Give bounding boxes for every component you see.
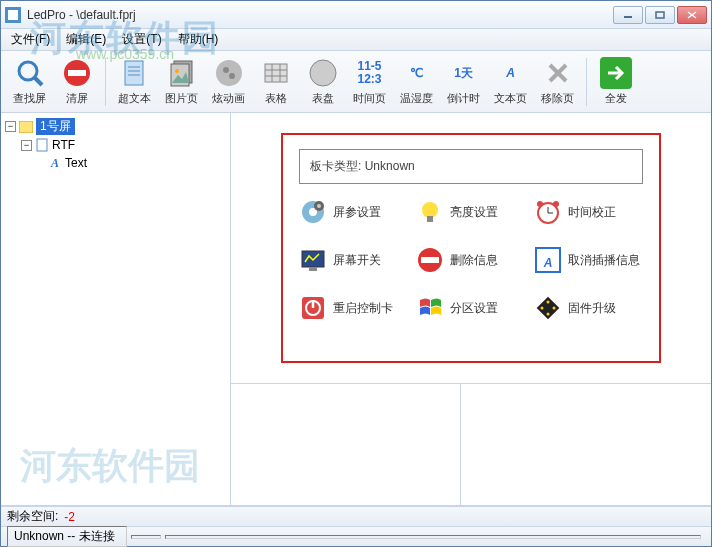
gear-disc-icon <box>299 198 327 226</box>
screen-icon <box>18 119 34 135</box>
document-icon <box>119 57 151 89</box>
rtf-icon <box>34 137 50 153</box>
config-panel: 板卡类型: Unknown 屏参设置 亮度设置 <box>281 133 661 363</box>
connection-status: Unknown -- 未连接 <box>7 526 127 547</box>
clear-screen-button[interactable]: 清屏 <box>54 54 99 110</box>
delete-info-button[interactable]: 删除信息 <box>416 246 525 274</box>
svg-rect-43 <box>309 267 317 271</box>
firmware-button[interactable]: 固件升级 <box>534 294 643 322</box>
config-icon-grid: 屏参设置 亮度设置 时间校正 屏幕开关 <box>299 198 643 322</box>
no-entry-icon <box>416 246 444 274</box>
svg-point-38 <box>537 201 543 207</box>
bottom-pane <box>231 383 711 505</box>
svg-line-7 <box>34 77 42 85</box>
countdown-text-icon: 1天 <box>448 57 480 89</box>
arrow-right-icon <box>600 57 632 89</box>
close-button[interactable] <box>677 6 707 24</box>
svg-text:A: A <box>542 256 552 270</box>
text-page-button[interactable]: A 文本页 <box>488 54 533 110</box>
toolbar: 查找屏 清屏 超文本 图片页 炫动画 表格 表盘 11-512:3 时 <box>1 51 711 113</box>
power-icon <box>299 294 327 322</box>
send-all-button[interactable]: 全发 <box>593 54 638 110</box>
status-cell <box>165 535 701 539</box>
delete-x-icon <box>542 57 574 89</box>
svg-point-39 <box>553 201 559 207</box>
svg-point-16 <box>175 69 179 73</box>
screen-switch-button[interactable]: 屏幕开关 <box>299 246 408 274</box>
svg-rect-30 <box>37 139 47 151</box>
animation-button[interactable]: 炫动画 <box>206 54 251 110</box>
svg-point-55 <box>540 307 543 310</box>
tree-rtf-node[interactable]: − RTF <box>5 136 226 154</box>
menu-file[interactable]: 文件(F) <box>5 29 56 50</box>
svg-point-54 <box>546 313 549 316</box>
minimize-button[interactable] <box>613 6 643 24</box>
time-correct-button[interactable]: 时间校正 <box>534 198 643 226</box>
image-stack-icon <box>166 57 198 89</box>
remain-space-value: -2 <box>64 510 75 524</box>
table-button[interactable]: 表格 <box>253 54 298 110</box>
text-a-icon: A <box>47 155 63 171</box>
svg-point-25 <box>310 60 336 86</box>
svg-rect-3 <box>656 12 664 18</box>
dial-button[interactable]: 表盘 <box>300 54 345 110</box>
toolbar-separator <box>586 58 587 106</box>
tree-node-label: Text <box>65 156 87 170</box>
image-page-button[interactable]: 图片页 <box>159 54 204 110</box>
restart-card-button[interactable]: 重启控制卡 <box>299 294 408 322</box>
grid-icon <box>260 57 292 89</box>
animation-icon <box>213 57 245 89</box>
main-window: LedPro - \default.fprj 文件(F) 编辑(E) 设置(T)… <box>0 0 712 547</box>
remain-space-label: 剩余空间: <box>7 508 58 525</box>
windows-flag-icon <box>416 294 444 322</box>
alarm-clock-icon <box>534 198 562 226</box>
svg-point-34 <box>317 204 321 208</box>
menu-settings[interactable]: 设置(T) <box>116 29 167 50</box>
card-type-label: 板卡类型: <box>310 159 361 173</box>
remove-page-button[interactable]: 移除页 <box>535 54 580 110</box>
tree-node-label: RTF <box>52 138 75 152</box>
letter-a-icon: A <box>495 57 527 89</box>
tree-root-node[interactable]: − 1号屏 <box>5 117 226 136</box>
toolbar-separator <box>105 58 106 106</box>
search-screen-button[interactable]: 查找屏 <box>7 54 52 110</box>
status-cell <box>131 535 161 539</box>
svg-rect-9 <box>68 70 86 76</box>
hypertext-button[interactable]: 超文本 <box>112 54 157 110</box>
countdown-button[interactable]: 1天 倒计时 <box>441 54 486 110</box>
time-page-button[interactable]: 11-512:3 时间页 <box>347 54 392 110</box>
menubar: 文件(F) 编辑(E) 设置(T) 帮助(H) <box>1 29 711 51</box>
card-type-box: 板卡类型: Unknown <box>299 149 643 184</box>
partition-button[interactable]: 分区设置 <box>416 294 525 322</box>
workarea: − 1号屏 − RTF A Text 板卡类型: Un <box>1 113 711 506</box>
app-icon <box>5 7 21 23</box>
svg-rect-51 <box>536 297 559 320</box>
dial-icon <box>307 57 339 89</box>
collapse-icon[interactable]: − <box>21 140 32 151</box>
tree-node-label: 1号屏 <box>36 118 75 135</box>
svg-rect-45 <box>421 257 439 263</box>
svg-point-18 <box>223 67 229 73</box>
temp-humidity-button[interactable]: ℃ 温湿度 <box>394 54 439 110</box>
svg-rect-1 <box>8 10 18 20</box>
time-text-icon: 11-512:3 <box>354 57 386 89</box>
card-type-value: Unknown <box>365 159 415 173</box>
search-icon <box>14 57 46 89</box>
maximize-button[interactable] <box>645 6 675 24</box>
brightness-button[interactable]: 亮度设置 <box>416 198 525 226</box>
svg-rect-29 <box>19 121 33 133</box>
svg-point-52 <box>546 301 549 304</box>
menu-edit[interactable]: 编辑(E) <box>60 29 112 50</box>
celsius-icon: ℃ <box>401 57 433 89</box>
menu-help[interactable]: 帮助(H) <box>172 29 225 50</box>
tree-panel: − 1号屏 − RTF A Text <box>1 113 231 505</box>
collapse-icon[interactable]: − <box>5 121 16 132</box>
svg-point-17 <box>216 60 242 86</box>
monitor-icon <box>299 246 327 274</box>
cancel-insert-button[interactable]: A 取消插播信息 <box>534 246 643 274</box>
tree-text-node[interactable]: A Text <box>5 154 226 172</box>
screen-params-button[interactable]: 屏参设置 <box>299 198 408 226</box>
svg-rect-10 <box>125 61 143 85</box>
preview-pane: 板卡类型: Unknown 屏参设置 亮度设置 <box>231 113 711 383</box>
property-area <box>231 384 461 505</box>
